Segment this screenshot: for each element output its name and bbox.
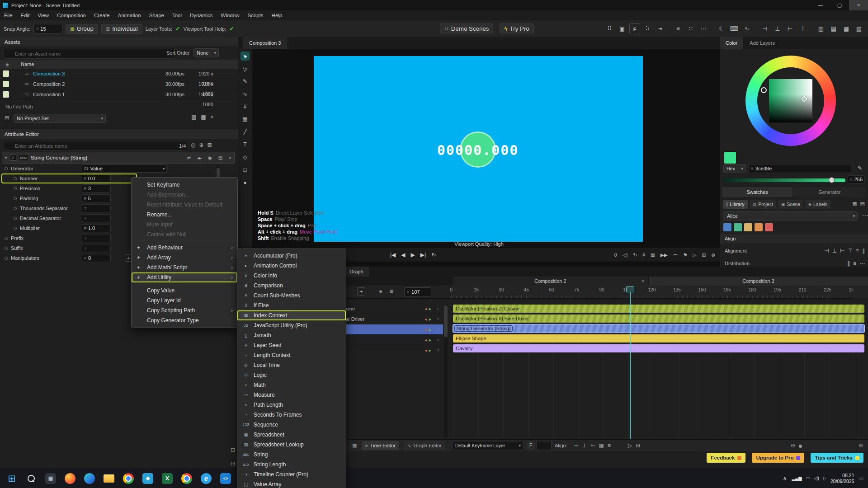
context-menu-item[interactable] <box>132 239 237 243</box>
connection-socket[interactable] <box>14 177 17 180</box>
hue-selector-dot[interactable] <box>761 87 767 93</box>
menu-item[interactable]: View <box>33 10 53 20</box>
keyframe-toggle-icon[interactable]: ○ <box>437 345 439 355</box>
attribute-value-field[interactable]: # 1.0 <box>82 224 111 232</box>
sv-selector-dot[interactable] <box>802 96 807 102</box>
viewport-tool[interactable]: □ <box>241 165 250 174</box>
viewport-tool[interactable]: T <box>241 140 250 149</box>
connection-socket[interactable] <box>5 167 8 170</box>
timeline-panel-tab[interactable]: Graph <box>344 267 369 277</box>
zoom-slider-handle[interactable] <box>799 445 802 448</box>
context-menu-item[interactable]: Copy Layer Id <box>132 296 237 305</box>
viewport-status-icon[interactable]: 0 <box>614 252 617 258</box>
utility-menu-item[interactable]: ◑ Timeline Counter (Pro) <box>237 469 346 479</box>
viewport-status-icon[interactable]: ▭ <box>673 252 678 258</box>
tab-composition-3[interactable]: Composition 3 <box>649 277 868 286</box>
menu-item[interactable]: Window <box>217 10 244 20</box>
promo-button[interactable]: Upgrade to Pro <box>752 453 804 463</box>
chrome-2-button[interactable] <box>179 471 195 486</box>
connection-socket[interactable] <box>14 227 17 230</box>
maximize-button[interactable]: ▢ <box>830 0 849 10</box>
distribution-icon[interactable]: ∥ <box>847 260 850 267</box>
transport-button[interactable]: ▶| <box>420 252 426 258</box>
utility-menu-item[interactable]: ⊙ Logic <box>237 370 346 380</box>
viewport-help-checkbox[interactable]: ✓ <box>229 25 234 32</box>
connection-socket[interactable] <box>14 217 17 220</box>
swatch-source-button[interactable]: ∥Library <box>723 200 748 209</box>
viewport-status-icon[interactable]: ⚑ <box>683 252 687 258</box>
utility-menu-item[interactable]: ℹ Color Info <box>237 271 346 281</box>
toolbar-icon[interactable]: ⠿ <box>604 23 615 34</box>
menu-item[interactable]: Help <box>268 10 287 20</box>
toolbar-icon[interactable]: ▧ <box>854 23 864 34</box>
footer-extra-icon[interactable]: ▷ <box>628 442 632 449</box>
palette-swatch[interactable] <box>755 223 763 231</box>
viewport-status-icon[interactable]: ⊛ <box>711 252 715 258</box>
tray-icon[interactable]: ▯ <box>823 476 826 481</box>
hex-mode-dropdown[interactable]: Hex▾ <box>723 164 746 173</box>
keyframe-icon[interactable]: ◈ <box>377 287 385 296</box>
attribute-value-field[interactable]: T <box>82 234 111 242</box>
enabled-checkbox[interactable]: ✓ <box>10 155 16 161</box>
alignment-icon[interactable]: ≡ <box>856 248 859 254</box>
context-menu-item[interactable] <box>132 282 237 286</box>
keyframe-align-icon[interactable]: ⊣ <box>574 442 578 449</box>
context-menu-item[interactable]: Rename... <box>132 210 237 220</box>
utility-menu-item[interactable]: 123 Sequence <box>237 420 346 430</box>
chrome-button[interactable] <box>120 471 137 486</box>
toolbar-icon[interactable]: ⊣ <box>760 23 770 34</box>
viewport-tool[interactable]: ∿ <box>241 89 250 99</box>
group-button[interactable]: ▦Group <box>66 24 98 34</box>
context-menu-item[interactable]: Add Expression... <box>132 190 237 200</box>
utility-menu-item[interactable]: ∑ Jsmath <box>237 330 346 340</box>
layer-bar[interactable]: Oscillator [Position.X] Sine Driver <box>453 314 864 323</box>
transport-button[interactable]: ↻ <box>431 252 436 258</box>
current-frame-field[interactable]: # 107 <box>404 287 431 296</box>
explorer-button[interactable] <box>101 471 117 486</box>
promo-button[interactable]: Feedback <box>707 453 745 463</box>
keyframe-align-icon[interactable]: ⊥ <box>582 442 586 449</box>
attribute-search-input[interactable] <box>4 141 187 151</box>
eyedropper-icon[interactable]: ✎ <box>855 163 865 173</box>
attribute-value-field[interactable]: # 5 <box>82 194 111 202</box>
prev-keyframe-icon[interactable]: ◂ <box>425 337 427 343</box>
alpha-slider-handle[interactable] <box>829 177 835 183</box>
viewport-tool[interactable]: ▦ <box>241 115 250 124</box>
attribute-value-field[interactable]: T <box>82 214 111 222</box>
keyframe-toggle-icon[interactable]: ○ <box>437 335 439 345</box>
utility-menu-item[interactable]: ▦ Index Context <box>237 310 346 320</box>
viewport-status-icon[interactable]: ▦ <box>651 252 655 258</box>
footer-extra-icon[interactable]: ⊞ <box>636 442 640 449</box>
layer-bar[interactable]: Cavalry <box>453 344 864 352</box>
alignment-icon[interactable]: ⊣ <box>824 248 829 254</box>
prev-keyframe-icon[interactable]: ◂ <box>425 327 427 332</box>
utility-menu-item[interactable]: JS JavaScript Utility (Pro) <box>237 320 346 330</box>
promo-button[interactable]: Tips and Tricks <box>811 453 863 463</box>
palette-swatch[interactable] <box>734 223 742 231</box>
attribute-value-field[interactable]: 01 Value ▾ <box>82 164 167 173</box>
viewport-status-icon[interactable]: ↻ <box>633 252 637 258</box>
tab-add-layers[interactable]: Add Layers <box>744 37 780 49</box>
palette-swatch[interactable] <box>765 223 773 231</box>
toolbar-icon[interactable]: F <box>629 23 640 34</box>
close-button[interactable]: × <box>849 0 868 10</box>
alignment-icon[interactable]: ∥ <box>862 248 865 254</box>
swatch-source-button[interactable]: ▤Project <box>750 200 776 209</box>
utility-menu-item[interactable]: ◔ Seconds To Frames <box>237 410 346 420</box>
layer-list-scrollbar[interactable] <box>444 305 448 438</box>
demo-scenes-button[interactable]: ⠶Demo Scenes <box>440 23 493 33</box>
viewport-tab[interactable]: Composition 3 <box>243 37 287 49</box>
toolbar-icon[interactable]: ≡ <box>673 23 684 34</box>
toolbar-icon[interactable]: ⠵ <box>642 23 653 34</box>
keyframe-toggle-icon[interactable]: ○ <box>437 324 439 334</box>
toolbar-icon[interactable]: ⊤ <box>797 23 808 34</box>
snap-angle-input[interactable]: #15 <box>33 24 62 34</box>
next-keyframe-icon[interactable]: ▸ <box>429 347 431 353</box>
task-view-button[interactable]: ▣ <box>42 471 59 486</box>
toolbar-icon[interactable]: ⊢ <box>785 23 796 34</box>
keyframe-grid-icon[interactable]: ▦ <box>387 287 396 296</box>
zoom-out-icon[interactable]: ⊖ <box>791 440 795 451</box>
saturation-value-square[interactable] <box>769 79 812 122</box>
tray-icon[interactable]: ◠ <box>806 476 810 481</box>
prev-keyframe-icon[interactable]: ◂ <box>425 347 427 353</box>
